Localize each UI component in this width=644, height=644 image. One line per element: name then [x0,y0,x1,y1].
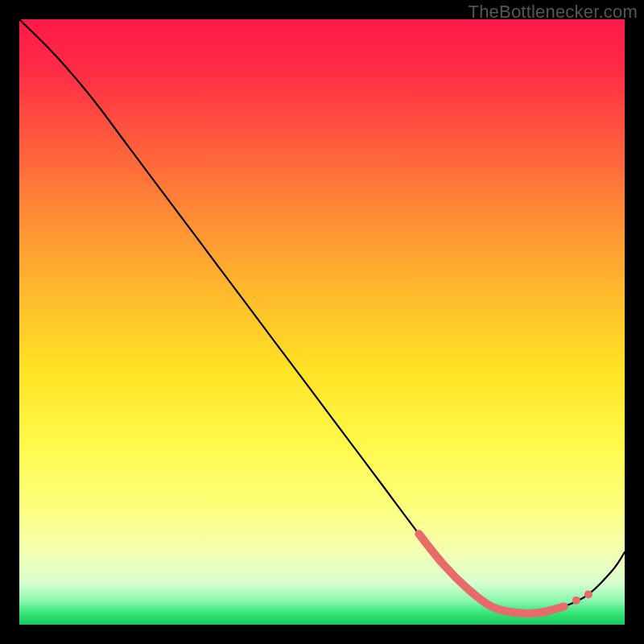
highlight-dot [572,597,580,605]
watermark-text: TheBottlenecker.com [469,2,638,23]
optimal-range-highlight [419,534,564,613]
chart-svg [19,19,625,625]
chart-plot-area [19,19,625,625]
bottleneck-curve-line [19,19,625,613]
highlight-dot [584,590,592,598]
